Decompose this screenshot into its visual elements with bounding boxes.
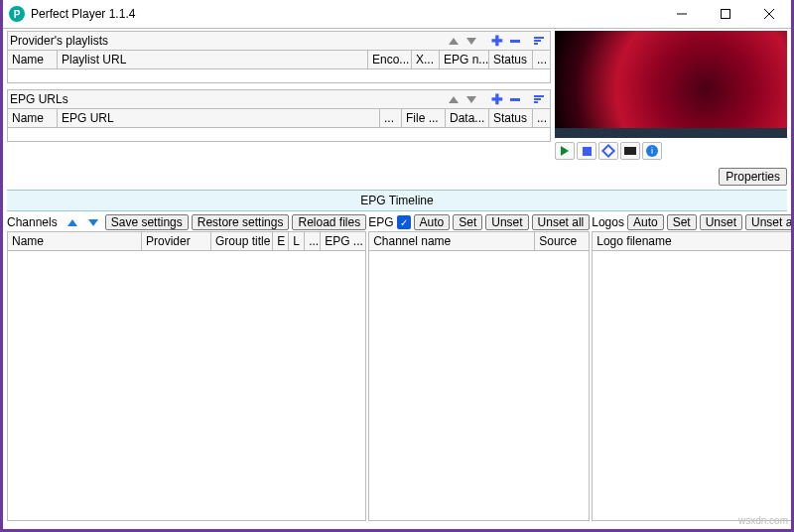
logos-toolbar: Logos Auto Set Unset Unset all (592, 213, 794, 231)
arrow-up-icon (449, 38, 459, 45)
fullscreen-button[interactable] (620, 142, 640, 160)
logos-set-button[interactable]: Set (667, 214, 697, 230)
play-button[interactable] (555, 142, 575, 160)
epgurls-table[interactable]: Name EPG URL ... File ... Data... Status… (7, 108, 551, 128)
logos-unset-button[interactable]: Unset (700, 214, 742, 230)
channels-col-e[interactable]: E (273, 232, 289, 251)
stop-icon (583, 147, 592, 156)
channels-table[interactable]: Name Provider Group title E L ... EPG ..… (7, 231, 366, 251)
epgurls-move-down[interactable] (463, 91, 479, 107)
channels-col-d[interactable]: ... (305, 232, 321, 251)
expand-icon (601, 144, 615, 158)
providers-body[interactable] (7, 69, 551, 83)
providers-col-status[interactable]: Status (489, 51, 533, 69)
expand-button[interactable] (598, 142, 618, 160)
restore-settings-button[interactable]: Restore settings (192, 214, 290, 230)
minus-icon (510, 40, 520, 43)
channels-col-provider[interactable]: Provider (142, 232, 211, 251)
plus-icon: ✚ (491, 93, 503, 105)
preview-image (555, 31, 787, 138)
logos-col-file[interactable]: Logo filename (593, 232, 794, 251)
epg-label: EPG (368, 215, 393, 229)
epgurls-clear[interactable] (531, 91, 547, 107)
svg-rect-1 (722, 10, 730, 19)
screen-icon (624, 147, 636, 155)
channels-col-group[interactable]: Group title (211, 232, 273, 251)
stop-button[interactable] (577, 142, 596, 160)
maximize-button[interactable] (704, 0, 747, 28)
epg-panel: EPG ✓ Auto Set Unset Unset all Channel n… (368, 213, 590, 521)
providers-table[interactable]: Name Playlist URL Enco... X... EPG n... … (7, 50, 551, 69)
epg-checkbox[interactable]: ✓ (397, 215, 411, 229)
channels-col-epg[interactable]: EPG ... (321, 232, 366, 251)
epg-col-channel[interactable]: Channel name (369, 232, 535, 251)
providers-col-x[interactable]: X... (412, 51, 440, 69)
channels-col-l[interactable]: L (289, 232, 305, 251)
info-button[interactable]: i (642, 142, 662, 160)
arrow-down-icon (466, 38, 476, 45)
epgurls-label: EPG URLs (10, 92, 445, 106)
save-settings-button[interactable]: Save settings (105, 214, 189, 230)
channels-col-name[interactable]: Name (8, 232, 142, 251)
arrow-up-icon (67, 219, 77, 226)
providers-add[interactable]: ✚ (489, 33, 505, 49)
channels-move-down[interactable] (85, 214, 101, 230)
channels-label: Channels (7, 215, 58, 229)
providers-move-up[interactable] (446, 33, 462, 49)
providers-col-enco[interactable]: Enco... (368, 51, 412, 69)
minus-icon (510, 98, 520, 101)
logos-panel: Logos Auto Set Unset Unset all Logo file… (592, 213, 794, 521)
plus-icon: ✚ (491, 35, 503, 47)
reload-files-button[interactable]: Reload files (292, 214, 366, 230)
arrow-down-icon (466, 96, 476, 103)
close-button[interactable] (747, 0, 791, 28)
epgurls-col-more2[interactable]: ... (533, 109, 551, 128)
channels-body[interactable] (7, 251, 366, 521)
logos-auto-button[interactable]: Auto (627, 214, 664, 230)
epg-set-button[interactable]: Set (453, 214, 482, 230)
epgurls-add[interactable]: ✚ (489, 91, 505, 107)
logos-body[interactable] (592, 251, 794, 521)
epgurls-remove[interactable] (507, 91, 523, 107)
providers-header: Provider's playlists ✚ (7, 31, 551, 50)
top-right-pane: i Properties (553, 29, 791, 188)
top-area: Provider's playlists ✚ Name Playlist URL… (3, 28, 791, 188)
providers-move-down[interactable] (463, 33, 479, 49)
epgurls-col-url[interactable]: EPG URL (58, 109, 380, 128)
epgurls-col-file[interactable]: File ... (402, 109, 446, 128)
providers-clear[interactable] (531, 33, 547, 49)
providers-col-name[interactable]: Name (8, 51, 58, 69)
epg-body[interactable] (368, 251, 590, 521)
epgurls-col-data[interactable]: Data... (446, 109, 489, 128)
epg-timeline-header: EPG Timeline (7, 190, 787, 211)
channels-panel: Channels Save settings Restore settings … (7, 213, 366, 521)
minimize-button[interactable] (660, 0, 704, 28)
epgurls-col-more1[interactable]: ... (380, 109, 402, 128)
filter-icon (534, 95, 544, 103)
logos-table[interactable]: Logo filename (592, 231, 794, 251)
titlebar: P Perfect Player 1.1.4 (3, 0, 791, 28)
watermark: wsxdn.com (738, 515, 788, 526)
top-left-pane: Provider's playlists ✚ Name Playlist URL… (3, 29, 553, 188)
providers-col-epgn[interactable]: EPG n... (440, 51, 489, 69)
video-preview[interactable] (555, 31, 787, 138)
channels-move-up[interactable] (65, 214, 80, 230)
epgurls-body[interactable] (7, 128, 551, 142)
epg-auto-button[interactable]: Auto (414, 214, 451, 230)
epgurls-col-name[interactable]: Name (8, 109, 58, 128)
epg-table[interactable]: Channel name Source (368, 231, 590, 251)
providers-col-more[interactable]: ... (533, 51, 551, 69)
epgurls-move-up[interactable] (446, 91, 462, 107)
media-toolbar: i (555, 140, 787, 162)
properties-button[interactable]: Properties (719, 168, 787, 186)
info-icon: i (646, 145, 658, 157)
epg-col-source[interactable]: Source (535, 232, 590, 251)
providers-label: Provider's playlists (10, 34, 445, 48)
epgurls-col-status[interactable]: Status (489, 109, 533, 128)
epg-unset-button[interactable]: Unset (485, 214, 528, 230)
providers-col-url[interactable]: Playlist URL (58, 51, 368, 69)
logos-unsetall-button[interactable]: Unset all (745, 214, 794, 230)
channels-toolbar: Channels Save settings Restore settings … (7, 213, 366, 231)
providers-remove[interactable] (507, 33, 523, 49)
epg-unsetall-button[interactable]: Unset all (532, 214, 591, 230)
